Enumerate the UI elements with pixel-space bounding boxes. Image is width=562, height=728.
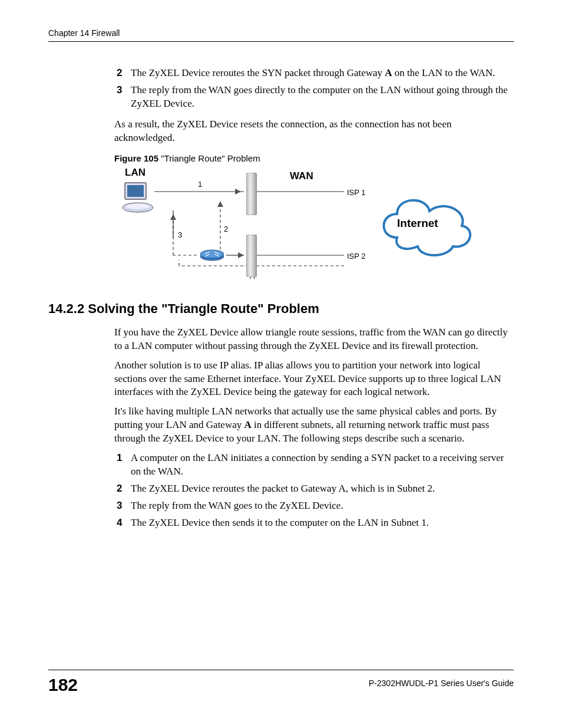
arrow-label-2: 2 xyxy=(224,225,228,233)
svg-marker-1 xyxy=(235,189,241,195)
isp1-label: ISP 1 xyxy=(347,188,366,197)
list-number: 2 xyxy=(117,482,131,496)
svg-point-19 xyxy=(200,250,224,258)
paragraph: If you have the ZyXEL Device allow trian… xyxy=(114,326,514,353)
list-text: A computer on the LAN initiates a connec… xyxy=(131,452,514,479)
internet-label: Internet xyxy=(397,217,438,230)
lan-label: LAN xyxy=(125,167,146,179)
list-item: 4 The ZyXEL Device then sends it to the … xyxy=(117,516,514,530)
svg-marker-10 xyxy=(238,252,244,258)
paragraph: As a result, the ZyXEL Device resets the… xyxy=(114,118,514,145)
svg-point-17 xyxy=(126,203,150,209)
content-area: 2 The ZyXEL Device reroutes the SYN pack… xyxy=(48,67,514,530)
page-number: 182 xyxy=(48,675,78,695)
arrow-label-3: 3 xyxy=(178,230,182,239)
svg-marker-6 xyxy=(170,214,176,220)
computer-icon xyxy=(120,182,156,214)
list-number: 4 xyxy=(117,516,131,530)
page: Chapter 14 Firewall 2 The ZyXEL Device r… xyxy=(0,0,562,728)
isp2-label: ISP 2 xyxy=(347,252,366,261)
page-footer: 182 P-2302HWUDL-P1 Series User's Guide xyxy=(48,670,514,695)
list-number: 2 xyxy=(117,67,131,80)
paragraph: Another solution is to use IP alias. IP … xyxy=(114,359,514,400)
figure-triangle-route: LAN WAN 1 2 3 A ISP 1 ISP 2 xyxy=(114,167,491,285)
list-text: The ZyXEL Device then sends it to the co… xyxy=(131,516,514,530)
list-number: 3 xyxy=(117,84,131,111)
list-item: 3 The reply from the WAN goes directly t… xyxy=(117,84,514,111)
paragraph: It's like having multiple LAN networks t… xyxy=(114,405,514,446)
section-heading: 14.2.2 Solving the "Triangle Route" Prob… xyxy=(48,301,514,317)
gateway-a-icon xyxy=(246,235,257,277)
list-item: 2 The ZyXEL Device reroutes the packet t… xyxy=(117,482,514,496)
svg-marker-8 xyxy=(217,201,223,207)
figure-title: "Triangle Route" Problem xyxy=(158,153,260,163)
numbered-list-1: 2 The ZyXEL Device reroutes the SYN pack… xyxy=(114,67,514,111)
guide-title: P-2302HWUDL-P1 Series User's Guide xyxy=(369,675,514,688)
list-item: 3 The reply from the WAN goes to the ZyX… xyxy=(117,499,514,513)
list-number: 3 xyxy=(117,499,131,513)
page-header: Chapter 14 Firewall xyxy=(48,28,514,42)
list-text: The ZyXEL Device reroutes the packet to … xyxy=(131,482,514,496)
list-text: The ZyXEL Device reroutes the SYN packet… xyxy=(131,67,514,80)
numbered-list-2: 1 A computer on the LAN initiates a conn… xyxy=(114,452,514,530)
svg-rect-15 xyxy=(127,185,144,197)
list-number: 1 xyxy=(117,452,131,479)
list-text: The reply from the WAN goes to the ZyXEL… xyxy=(131,499,514,513)
router-icon xyxy=(199,247,225,261)
list-item: 2 The ZyXEL Device reroutes the SYN pack… xyxy=(117,67,514,80)
chapter-title: Chapter 14 Firewall xyxy=(48,28,120,38)
wan-label: WAN xyxy=(290,170,313,182)
figure-caption: Figure 105 "Triangle Route" Problem xyxy=(114,153,514,163)
gateway-1-icon xyxy=(246,173,257,215)
arrow-label-1: 1 xyxy=(198,180,202,189)
list-text: The reply from the WAN goes directly to … xyxy=(131,84,514,111)
figure-label: Figure 105 xyxy=(114,153,158,163)
list-item: 1 A computer on the LAN initiates a conn… xyxy=(117,452,514,479)
